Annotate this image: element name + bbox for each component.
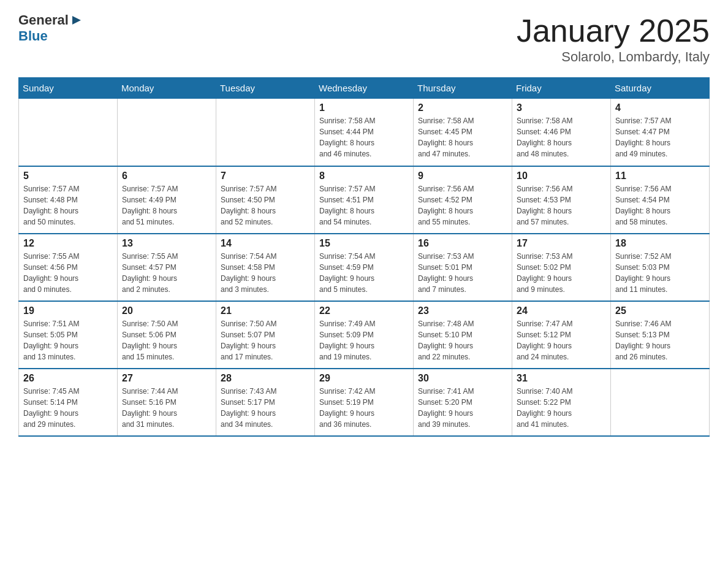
calendar-cell: 8Sunrise: 7:57 AM Sunset: 4:51 PM Daylig… [315,166,414,234]
calendar-header-row: SundayMondayTuesdayWednesdayThursdayFrid… [19,78,710,99]
calendar-cell [216,99,315,166]
day-number: 24 [517,305,606,316]
calendar-cell: 17Sunrise: 7:53 AM Sunset: 5:02 PM Dayli… [512,234,611,301]
svg-marker-0 [72,16,81,25]
day-info: Sunrise: 7:46 AM Sunset: 5:13 PM Dayligh… [615,318,705,362]
day-info: Sunrise: 7:57 AM Sunset: 4:51 PM Dayligh… [319,183,409,228]
day-info: Sunrise: 7:56 AM Sunset: 4:52 PM Dayligh… [418,183,507,228]
day-number: 2 [418,102,507,113]
day-number: 6 [122,170,211,182]
calendar-cell: 20Sunrise: 7:50 AM Sunset: 5:06 PM Dayli… [118,301,216,369]
day-number: 8 [319,170,409,182]
day-header-tuesday: Tuesday [216,78,315,99]
logo-blue-text: Blue [18,28,83,44]
day-info: Sunrise: 7:50 AM Sunset: 5:06 PM Dayligh… [122,318,211,362]
calendar-cell: 4Sunrise: 7:57 AM Sunset: 4:47 PM Daylig… [611,99,710,166]
day-number: 31 [517,373,606,384]
page-header: General Blue January 2025 Solarolo, Lomb… [18,12,710,65]
calendar-cell: 30Sunrise: 7:41 AM Sunset: 5:20 PM Dayli… [414,369,512,436]
calendar-cell: 9Sunrise: 7:56 AM Sunset: 4:52 PM Daylig… [414,166,512,234]
day-number: 22 [319,305,409,316]
calendar-cell: 25Sunrise: 7:46 AM Sunset: 5:13 PM Dayli… [611,301,710,369]
title-block: January 2025 Solarolo, Lombardy, Italy [517,12,710,65]
calendar-cell: 5Sunrise: 7:57 AM Sunset: 4:48 PM Daylig… [19,166,118,234]
calendar-cell: 23Sunrise: 7:48 AM Sunset: 5:10 PM Dayli… [414,301,512,369]
week-row-5: 26Sunrise: 7:45 AM Sunset: 5:14 PM Dayli… [19,369,710,436]
week-row-3: 12Sunrise: 7:55 AM Sunset: 4:56 PM Dayli… [19,234,710,301]
calendar-cell: 1Sunrise: 7:58 AM Sunset: 4:44 PM Daylig… [315,99,414,166]
day-number: 30 [418,373,507,384]
calendar-cell: 21Sunrise: 7:50 AM Sunset: 5:07 PM Dayli… [216,301,315,369]
day-info: Sunrise: 7:40 AM Sunset: 5:22 PM Dayligh… [517,386,606,430]
calendar-cell [118,99,216,166]
calendar-cell: 2Sunrise: 7:58 AM Sunset: 4:45 PM Daylig… [414,99,512,166]
day-number: 4 [615,102,705,113]
calendar-cell: 13Sunrise: 7:55 AM Sunset: 4:57 PM Dayli… [118,234,216,301]
calendar-cell: 31Sunrise: 7:40 AM Sunset: 5:22 PM Dayli… [512,369,611,436]
day-info: Sunrise: 7:54 AM Sunset: 4:59 PM Dayligh… [319,251,409,295]
calendar-cell: 3Sunrise: 7:58 AM Sunset: 4:46 PM Daylig… [512,99,611,166]
day-header-saturday: Saturday [611,78,710,99]
calendar-cell: 10Sunrise: 7:56 AM Sunset: 4:53 PM Dayli… [512,166,611,234]
day-number: 3 [517,102,606,113]
calendar-cell: 14Sunrise: 7:54 AM Sunset: 4:58 PM Dayli… [216,234,315,301]
day-number: 25 [615,305,705,316]
day-info: Sunrise: 7:57 AM Sunset: 4:50 PM Dayligh… [221,183,310,228]
calendar-title: January 2025 [517,12,710,49]
day-info: Sunrise: 7:58 AM Sunset: 4:46 PM Dayligh… [517,115,606,159]
day-header-friday: Friday [512,78,611,99]
calendar-table: SundayMondayTuesdayWednesdayThursdayFrid… [18,77,710,437]
calendar-cell: 22Sunrise: 7:49 AM Sunset: 5:09 PM Dayli… [315,301,414,369]
day-number: 14 [221,238,310,249]
day-info: Sunrise: 7:43 AM Sunset: 5:17 PM Dayligh… [221,386,310,430]
day-info: Sunrise: 7:58 AM Sunset: 4:44 PM Dayligh… [319,115,409,159]
day-number: 15 [319,238,409,249]
calendar-cell: 28Sunrise: 7:43 AM Sunset: 5:17 PM Dayli… [216,369,315,436]
day-number: 28 [221,373,310,384]
day-info: Sunrise: 7:44 AM Sunset: 5:16 PM Dayligh… [122,386,211,430]
day-info: Sunrise: 7:51 AM Sunset: 5:05 PM Dayligh… [23,318,113,362]
day-info: Sunrise: 7:58 AM Sunset: 4:45 PM Dayligh… [418,115,507,159]
calendar-cell: 16Sunrise: 7:53 AM Sunset: 5:01 PM Dayli… [414,234,512,301]
day-info: Sunrise: 7:57 AM Sunset: 4:47 PM Dayligh… [615,115,705,159]
day-number: 20 [122,305,211,316]
day-number: 26 [23,373,113,384]
day-info: Sunrise: 7:45 AM Sunset: 5:14 PM Dayligh… [23,386,113,430]
day-number: 1 [319,102,409,113]
calendar-cell: 19Sunrise: 7:51 AM Sunset: 5:05 PM Dayli… [19,301,118,369]
day-info: Sunrise: 7:53 AM Sunset: 5:02 PM Dayligh… [517,251,606,295]
day-info: Sunrise: 7:53 AM Sunset: 5:01 PM Dayligh… [418,251,507,295]
calendar-cell: 7Sunrise: 7:57 AM Sunset: 4:50 PM Daylig… [216,166,315,234]
day-info: Sunrise: 7:52 AM Sunset: 5:03 PM Dayligh… [615,251,705,295]
week-row-4: 19Sunrise: 7:51 AM Sunset: 5:05 PM Dayli… [19,301,710,369]
calendar-cell: 6Sunrise: 7:57 AM Sunset: 4:49 PM Daylig… [118,166,216,234]
day-number: 27 [122,373,211,384]
day-number: 19 [23,305,113,316]
week-row-1: 1Sunrise: 7:58 AM Sunset: 4:44 PM Daylig… [19,99,710,166]
day-info: Sunrise: 7:55 AM Sunset: 4:57 PM Dayligh… [122,251,211,295]
day-info: Sunrise: 7:47 AM Sunset: 5:12 PM Dayligh… [517,318,606,362]
day-number: 23 [418,305,507,316]
calendar-cell: 12Sunrise: 7:55 AM Sunset: 4:56 PM Dayli… [19,234,118,301]
day-number: 9 [418,170,507,182]
day-number: 5 [23,170,113,182]
day-number: 18 [615,238,705,249]
day-number: 16 [418,238,507,249]
day-info: Sunrise: 7:56 AM Sunset: 4:54 PM Dayligh… [615,183,705,228]
calendar-cell: 11Sunrise: 7:56 AM Sunset: 4:54 PM Dayli… [611,166,710,234]
day-info: Sunrise: 7:42 AM Sunset: 5:19 PM Dayligh… [319,386,409,430]
day-number: 21 [221,305,310,316]
day-header-thursday: Thursday [414,78,512,99]
calendar-cell [611,369,710,436]
day-header-wednesday: Wednesday [315,78,414,99]
day-info: Sunrise: 7:41 AM Sunset: 5:20 PM Dayligh… [418,386,507,430]
day-header-sunday: Sunday [19,78,118,99]
day-info: Sunrise: 7:57 AM Sunset: 4:48 PM Dayligh… [23,183,113,228]
calendar-cell: 24Sunrise: 7:47 AM Sunset: 5:12 PM Dayli… [512,301,611,369]
day-header-monday: Monday [118,78,216,99]
calendar-cell: 18Sunrise: 7:52 AM Sunset: 5:03 PM Dayli… [611,234,710,301]
day-info: Sunrise: 7:54 AM Sunset: 4:58 PM Dayligh… [221,251,310,295]
day-info: Sunrise: 7:50 AM Sunset: 5:07 PM Dayligh… [221,318,310,362]
day-info: Sunrise: 7:55 AM Sunset: 4:56 PM Dayligh… [23,251,113,295]
day-number: 7 [221,170,310,182]
